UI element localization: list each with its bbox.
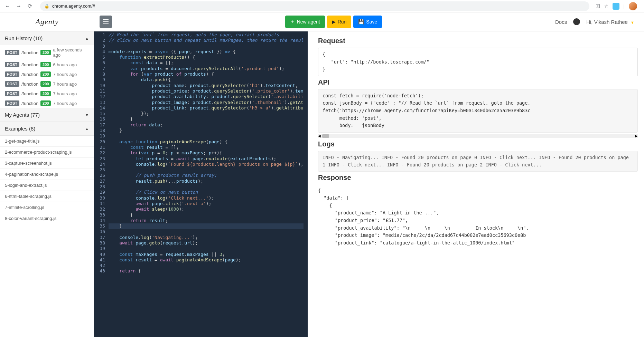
save-button[interactable]: 💾 Save bbox=[353, 16, 382, 28]
extension-icon[interactable] bbox=[613, 3, 619, 10]
logs-title: Logs bbox=[318, 140, 638, 148]
chevron-down-icon: ▼ bbox=[85, 113, 89, 117]
history-item[interactable]: POST /function 200 7 hours ago bbox=[0, 69, 94, 79]
status-badge: 200 bbox=[40, 62, 51, 67]
hist-time: 7 hours ago bbox=[53, 72, 77, 77]
lock-icon: 🔒 bbox=[44, 4, 49, 9]
example-item[interactable]: 2-ecommerce-product-scraping.js bbox=[0, 147, 94, 158]
browser-chrome: ← → ⟳ 🔒 chrome.agenty.com/# ⚿ ☆ | bbox=[0, 0, 644, 12]
history-item[interactable]: POST /function 200 7 hours ago bbox=[0, 79, 94, 89]
example-item[interactable]: 4-pagination-and-scrape.js bbox=[0, 169, 94, 180]
github-icon[interactable] bbox=[573, 18, 580, 25]
caret-down-icon: ▼ bbox=[631, 20, 634, 25]
plus-icon: ＋ bbox=[290, 19, 295, 25]
profile-avatar[interactable] bbox=[629, 2, 637, 10]
save-icon: 💾 bbox=[358, 19, 364, 25]
response-body[interactable]: { "data": [ { "product_name": "A Light i… bbox=[318, 184, 638, 250]
example-item[interactable]: 7-infinite-scrolling.js bbox=[0, 202, 94, 213]
user-greeting[interactable]: Hi, Vikash Rathee ▼ bbox=[586, 19, 634, 25]
history-item[interactable]: POST /function 200 7 hours ago bbox=[0, 98, 94, 108]
method-badge: POST bbox=[5, 81, 19, 87]
bookmark-icon[interactable]: ☆ bbox=[604, 3, 608, 9]
history-item[interactable]: POST /function 200 a few seconds ago bbox=[0, 45, 94, 60]
hist-path: /function bbox=[21, 72, 38, 77]
hist-path: /function bbox=[21, 62, 38, 67]
status-badge: 200 bbox=[40, 71, 51, 77]
method-badge: POST bbox=[5, 50, 19, 55]
logo[interactable]: Agenty bbox=[35, 17, 58, 26]
run-history-header[interactable]: Run History (10) ▲ bbox=[0, 31, 94, 45]
chevron-up-icon: ▲ bbox=[85, 127, 89, 131]
chevron-up-icon: ▲ bbox=[85, 36, 89, 40]
request-title: Request bbox=[318, 37, 638, 45]
hist-path: /function bbox=[21, 101, 38, 106]
method-badge: POST bbox=[5, 91, 19, 96]
example-item[interactable]: 6-html-table-scraping.js bbox=[0, 191, 94, 202]
docs-link[interactable]: Docs bbox=[555, 19, 567, 25]
history-item[interactable]: POST /function 200 6 hours ago bbox=[0, 60, 94, 69]
method-badge: POST bbox=[5, 71, 19, 77]
app-header: Agenty ＋ New agent ▶ Run 💾 Save Docs Hi,… bbox=[0, 12, 644, 31]
status-badge: 200 bbox=[40, 81, 51, 87]
history-item[interactable]: POST /function 200 7 hours ago bbox=[0, 89, 94, 98]
status-badge: 200 bbox=[40, 100, 51, 106]
response-title: Response bbox=[318, 174, 638, 182]
request-body[interactable]: { "url": "http://books.toscrape.com/" } bbox=[318, 48, 638, 76]
logs-body[interactable]: INFO - Navigating... INFO - Found 20 pro… bbox=[318, 151, 638, 172]
example-item[interactable]: 5-login-and-extract.js bbox=[0, 180, 94, 191]
example-item[interactable]: 3-capture-screenshot.js bbox=[0, 158, 94, 169]
forward-button[interactable]: → bbox=[15, 2, 23, 10]
address-bar[interactable]: 🔒 chrome.agenty.com/# bbox=[40, 1, 589, 11]
example-item[interactable]: 1-get-page-title.js bbox=[0, 136, 94, 147]
hist-time: 6 hours ago bbox=[53, 62, 77, 67]
new-agent-button[interactable]: ＋ New agent bbox=[285, 16, 325, 28]
run-button[interactable]: ▶ Run bbox=[327, 16, 352, 28]
sidebar: Run History (10) ▲ POST /function 200 a … bbox=[0, 31, 94, 337]
key-icon[interactable]: ⚿ bbox=[596, 3, 600, 9]
status-badge: 200 bbox=[40, 50, 51, 55]
example-item[interactable]: 8-color-variant-scraping.js bbox=[0, 213, 94, 224]
hist-time: 7 hours ago bbox=[53, 91, 77, 96]
api-title: API bbox=[318, 78, 638, 86]
api-scrollbar[interactable]: ◀▶ bbox=[318, 134, 638, 138]
hist-path: /function bbox=[21, 91, 38, 96]
api-body[interactable]: const fetch = require('node-fetch'); con… bbox=[318, 89, 638, 133]
hist-time: a few seconds ago bbox=[53, 47, 89, 58]
hist-path: /function bbox=[21, 50, 38, 55]
back-button[interactable]: ← bbox=[3, 2, 12, 10]
hist-time: 7 hours ago bbox=[53, 101, 77, 106]
play-icon: ▶ bbox=[332, 19, 336, 25]
right-panel: Request { "url": "http://books.toscrape.… bbox=[308, 31, 644, 337]
hist-path: /function bbox=[21, 81, 38, 87]
code-editor[interactable]: 1234567891011121314151617181920212223242… bbox=[94, 31, 308, 337]
reload-button[interactable]: ⟳ bbox=[26, 2, 34, 10]
method-badge: POST bbox=[5, 100, 19, 106]
url-text: chrome.agenty.com/# bbox=[52, 3, 95, 9]
method-badge: POST bbox=[5, 62, 19, 67]
my-agents-header[interactable]: My Agents (77) ▼ bbox=[0, 108, 94, 122]
menu-toggle-button[interactable] bbox=[100, 16, 112, 28]
status-badge: 200 bbox=[40, 91, 51, 96]
examples-header[interactable]: Examples (8) ▲ bbox=[0, 122, 94, 136]
hist-time: 7 hours ago bbox=[53, 81, 77, 87]
